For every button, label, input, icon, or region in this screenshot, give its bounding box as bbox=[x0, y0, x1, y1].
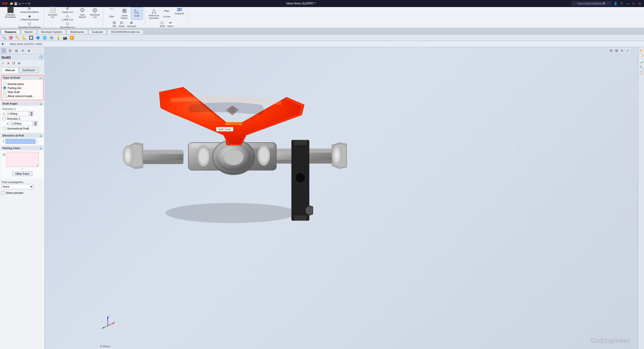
minimize-btn[interactable]: — bbox=[625, 1, 630, 6]
hole-wizard-btn[interactable]: ⊙ HoleWizard bbox=[76, 6, 88, 29]
panel-btn-star[interactable]: ★ bbox=[26, 48, 32, 53]
toolbar-pencil-icon[interactable]: ✏️ bbox=[15, 35, 20, 40]
neutral-plane-radio[interactable] bbox=[3, 82, 6, 85]
direction-of-pull-header[interactable]: Direction of Pull ▲ bbox=[1, 133, 44, 138]
direction2-down-btn[interactable]: ▼ bbox=[34, 123, 37, 126]
direction2-checkbox[interactable] bbox=[3, 117, 6, 120]
right-panel-tab-2[interactable]: 📝 bbox=[639, 54, 644, 59]
direction2-up-btn[interactable]: ▲ bbox=[34, 121, 37, 123]
direction-pull-icon[interactable]: ⤴ bbox=[3, 139, 4, 143]
toolbar-target-icon[interactable]: 🎯 bbox=[8, 35, 14, 40]
fillet-btn[interactable]: ⌒ Fillet bbox=[106, 7, 118, 20]
tab-structure-system[interactable]: Structure System bbox=[37, 29, 66, 34]
extruded-cut-label: ExtrudedCut bbox=[48, 14, 57, 19]
lofted-boss-base-btn[interactable]: ◈ Lofted Boss/Base bbox=[17, 14, 42, 21]
direction1-down-btn[interactable]: ▼ bbox=[30, 114, 33, 116]
manual-mode-btn[interactable]: Manual bbox=[2, 68, 19, 73]
viewport[interactable]: ⊟ ⊞ ✕ ⤢ bbox=[45, 47, 638, 349]
extruded-boss-base-btn[interactable]: ⬛ ExtrudedBoss/Base bbox=[4, 6, 17, 29]
show-preview-checkbox[interactable] bbox=[2, 191, 5, 194]
direction-of-pull-collapse[interactable]: ▲ bbox=[40, 134, 42, 137]
vp-split-vertical-btn[interactable]: ⊞ bbox=[614, 48, 619, 53]
draft-btn[interactable]: ◺ Draft bbox=[131, 7, 143, 20]
instant3d-btn[interactable]: 3D Instant3D bbox=[173, 7, 185, 20]
direction-reverse-icon[interactable]: ↕ bbox=[37, 140, 38, 143]
boundary-cut-btn[interactable]: ⬠ Boundary Cut bbox=[59, 21, 76, 29]
solidworks-logo: SW bbox=[2, 2, 8, 6]
user-icon[interactable]: 👤 bbox=[613, 1, 618, 6]
tab-evaluate[interactable]: Evaluate bbox=[88, 29, 107, 34]
boundary-boss-base-btn[interactable]: ⬡ Boundary Boss/Base bbox=[17, 21, 42, 29]
direction-pull-input[interactable] bbox=[5, 139, 35, 144]
search-bar[interactable]: Search MySolidWorks 🔍 bbox=[571, 1, 612, 6]
shell-btn[interactable]: ◻ Shell bbox=[159, 20, 166, 28]
toolbar-settings-icon[interactable]: ⚙️ bbox=[49, 35, 54, 40]
parting-lines-input[interactable] bbox=[7, 152, 39, 167]
tab-weldments[interactable]: Weldments bbox=[66, 29, 88, 34]
draft-angle-collapse[interactable]: ▲ bbox=[40, 102, 42, 105]
direction-of-pull-section: Direction of Pull ▲ ⤴ ↕ bbox=[1, 133, 44, 145]
extruded-cut-btn[interactable]: ⬜ ExtrudedCut bbox=[47, 6, 59, 29]
parting-lines-collapse[interactable]: ▲ bbox=[40, 147, 42, 150]
close-btn[interactable]: ✕ bbox=[637, 1, 642, 6]
symmetrical-draft-checkbox[interactable] bbox=[3, 127, 6, 130]
cancel-btn[interactable]: ✕ bbox=[7, 61, 10, 66]
intersect-btn[interactable]: ⊗ Intersect bbox=[126, 20, 137, 28]
allow-reduced-angle-checkbox[interactable] bbox=[3, 94, 6, 98]
other-face-btn[interactable]: Other Face bbox=[12, 171, 32, 176]
right-panel-tab-3[interactable]: 📊 bbox=[639, 59, 644, 64]
panel-btn-plus[interactable]: ✦ bbox=[20, 48, 25, 53]
reference-geometry-btn[interactable]: △ ReferenceGeometry bbox=[148, 7, 160, 20]
step-draft-radio[interactable] bbox=[3, 90, 6, 94]
swept-cut-btn[interactable]: ↺ Swept Cut bbox=[59, 6, 76, 14]
toolbar-shading-icon[interactable]: 🔷 bbox=[35, 35, 41, 40]
panel-btn-list[interactable]: ☰ bbox=[7, 48, 13, 53]
parting-lines-header[interactable]: Parting Lines ▲ bbox=[1, 146, 44, 150]
vp-close-btn[interactable]: ✕ bbox=[620, 48, 624, 53]
toolbar-globe-icon[interactable]: 🌐 bbox=[42, 35, 48, 40]
draft-help-icon[interactable]: ? bbox=[39, 55, 43, 59]
direction1-up-btn[interactable]: ▲ bbox=[30, 111, 33, 114]
home-text: 0 Home bbox=[100, 345, 110, 348]
type-of-draft-collapse[interactable]: ▲ bbox=[39, 76, 42, 79]
direction2-input[interactable] bbox=[10, 121, 33, 126]
rebuild-btn[interactable]: ↺ bbox=[12, 61, 15, 66]
vp-split-horizontal-btn[interactable]: ⊟ bbox=[609, 48, 613, 53]
draft-angle-header[interactable]: Draft Angle ▲ bbox=[1, 101, 44, 106]
mirror-btn[interactable]: ⇌ Mirror bbox=[166, 20, 175, 28]
breadcrumb-arrow[interactable]: ▶ bbox=[2, 42, 4, 46]
right-panel-tab-5[interactable]: 📋 bbox=[639, 70, 644, 75]
right-panel-tab-1[interactable]: 📂 bbox=[639, 48, 644, 53]
maximize-btn[interactable]: □ bbox=[631, 1, 636, 6]
type-of-draft-header[interactable]: Type of Draft ▲ bbox=[2, 75, 43, 80]
wrap-btn[interactable]: ⊡ Wrap bbox=[118, 20, 126, 28]
curves-btn[interactable]: 〜 Curves bbox=[161, 7, 173, 20]
lofted-cut-btn[interactable]: ◇ Lofted Cut bbox=[59, 14, 76, 21]
panel-btn-grid[interactable]: ⊞ bbox=[14, 48, 19, 53]
toolbar-light-icon[interactable]: 💡 bbox=[55, 35, 61, 40]
right-panel-tab-4[interactable]: 🔧 bbox=[639, 65, 644, 70]
parting-line-radio[interactable] bbox=[3, 86, 6, 90]
help-icon[interactable]: ? bbox=[619, 1, 624, 6]
rib-btn[interactable]: ⊟ Rib bbox=[112, 20, 117, 28]
draft-angle-section: Draft Angle ▲ Direction 1 ∠ ▲ ▼ bbox=[1, 101, 44, 132]
toolbar-box-icon[interactable]: 🔲 bbox=[28, 35, 34, 40]
revolved-cut-btn[interactable]: ◎ RevolvedCut bbox=[89, 6, 101, 29]
toolbar-play-icon[interactable]: ▶️ bbox=[69, 35, 75, 40]
toolbar-triangle-icon[interactable]: 📐 bbox=[21, 35, 27, 40]
preview-btn[interactable]: 👁 bbox=[17, 61, 21, 66]
draftxpert-mode-btn[interactable]: DraftXpert bbox=[19, 68, 39, 73]
parting-lines-body: ◎ • Other Face bbox=[1, 150, 44, 179]
face-prop-select[interactable]: None Along Tangent Inner Loops Outer Loo… bbox=[2, 184, 34, 189]
ok-btn[interactable]: ✓ bbox=[2, 61, 5, 66]
linear-pattern-btn[interactable]: ⊞ LinearPattern bbox=[118, 7, 130, 20]
panel-btn-check[interactable]: ✓ bbox=[1, 48, 7, 53]
tab-features[interactable]: Features bbox=[1, 29, 20, 34]
tab-sketch[interactable]: Sketch bbox=[21, 29, 37, 34]
vp-expand-btn[interactable]: ⤢ bbox=[625, 48, 630, 53]
toolbar-camera-icon[interactable]: 📷 bbox=[62, 35, 68, 40]
tab-addins[interactable]: SOLIDWORKS Add-Ins bbox=[107, 29, 144, 34]
swept-boss-base-btn[interactable]: ⟳ Swept Boss/Base bbox=[17, 6, 42, 14]
toolbar-search-icon[interactable]: 🔍 bbox=[1, 35, 7, 40]
direction1-input[interactable] bbox=[6, 111, 29, 116]
